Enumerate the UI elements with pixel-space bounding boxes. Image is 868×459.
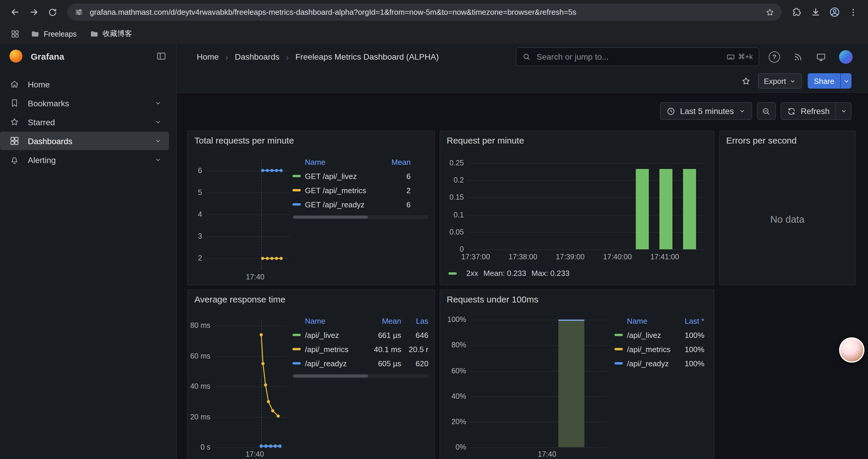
share-button[interactable]: Share bbox=[808, 73, 840, 89]
breadcrumb-dashboards[interactable]: Dashboards bbox=[235, 52, 279, 61]
series-mean: 605 µs bbox=[368, 359, 401, 368]
legend-row[interactable]: /api/_metrics 40.1 ms 20.5 r bbox=[292, 342, 428, 356]
site-settings-icon[interactable] bbox=[74, 8, 83, 17]
grafana-app: Grafana Home Bookmarks Starred bbox=[0, 44, 868, 459]
profile-button[interactable] bbox=[826, 3, 843, 21]
downloads-button[interactable] bbox=[807, 3, 824, 21]
url-bar[interactable] bbox=[67, 4, 782, 21]
grafana-logo[interactable] bbox=[9, 50, 23, 63]
sidebar-item-label: Dashboards bbox=[28, 136, 146, 145]
x-tick-label: 17:40 bbox=[246, 273, 265, 281]
help-button[interactable]: ? bbox=[769, 51, 780, 62]
legend-row[interactable]: /api/_livez 100% bbox=[615, 328, 704, 342]
favorite-dashboard-button[interactable] bbox=[740, 75, 752, 87]
legend-scrollbar[interactable] bbox=[292, 215, 428, 219]
sidebar-item-alerting[interactable]: Alerting bbox=[0, 151, 169, 169]
legend-header-last[interactable]: Last * bbox=[676, 316, 704, 325]
gridline bbox=[471, 396, 607, 397]
scrollbar-thumb[interactable] bbox=[293, 374, 368, 378]
news-button[interactable] bbox=[793, 52, 803, 62]
legend-table: Name Mean GET /api/_livez 6 bbox=[292, 155, 428, 219]
legend-row[interactable]: /api/_readyz 605 µs 620 bbox=[292, 356, 428, 370]
y-tick-label: 60% bbox=[452, 366, 466, 375]
panel-title[interactable]: Average response time bbox=[194, 294, 285, 304]
x-axis-labels: 17:37:0017:38:0017:39:0017:40:0017:41:00 bbox=[469, 253, 705, 262]
legend-header-mean[interactable]: Mean bbox=[385, 157, 411, 166]
panel-title[interactable]: Total requests per minute bbox=[194, 135, 294, 145]
line-chart[interactable] bbox=[215, 320, 287, 447]
brand-title: Grafana bbox=[31, 51, 147, 61]
search-box[interactable]: ⌘+k bbox=[516, 47, 759, 66]
search-shortcut: ⌘+k bbox=[726, 52, 753, 61]
gridline bbox=[471, 371, 607, 371]
export-button[interactable]: Export bbox=[758, 73, 802, 89]
legend-row[interactable]: GET /api/_livez 6 bbox=[292, 169, 428, 183]
panel-title[interactable]: Requests under 100ms bbox=[447, 294, 538, 304]
bar-chart[interactable] bbox=[469, 160, 705, 249]
user-avatar[interactable] bbox=[839, 50, 852, 64]
time-range-picker[interactable]: Last 5 minutes bbox=[660, 102, 752, 120]
sidebar-item-label: Home bbox=[28, 79, 162, 89]
bookmark-folder-label: 收藏博客 bbox=[102, 29, 132, 39]
chart-bar bbox=[559, 320, 584, 447]
legend-row[interactable]: GET /api/_readyz 6 bbox=[292, 197, 428, 211]
sidebar-item-starred[interactable]: Starred bbox=[0, 113, 169, 131]
legend-row[interactable]: GET /api/_metrics 2 bbox=[292, 183, 428, 197]
legend-row[interactable]: /api/_metrics 100% bbox=[615, 342, 704, 356]
legend-row[interactable]: /api/_livez 661 µs 646 bbox=[292, 328, 428, 342]
x-tick-label: 17:41:00 bbox=[650, 253, 679, 261]
legend[interactable]: 2xx Mean: 0.233 Max: 0.233 bbox=[448, 269, 569, 277]
legend-header-last[interactable]: Las bbox=[401, 316, 428, 325]
sidebar-toggle-button[interactable] bbox=[155, 50, 168, 63]
chevron-down-icon bbox=[739, 107, 746, 114]
chevron-down-icon[interactable] bbox=[154, 99, 162, 107]
floating-assistant-avatar[interactable] bbox=[839, 337, 864, 363]
extensions-button[interactable] bbox=[788, 3, 805, 21]
y-tick-label: 0.05 bbox=[450, 228, 464, 236]
chevron-down-icon[interactable] bbox=[154, 156, 162, 164]
forward-button[interactable] bbox=[25, 3, 42, 21]
panel-title[interactable]: Request per minute bbox=[447, 135, 524, 145]
apps-grid-button[interactable] bbox=[7, 28, 23, 40]
bookmark-star-icon[interactable] bbox=[765, 7, 775, 17]
forward-icon bbox=[29, 7, 39, 17]
sidebar-item-bookmarks[interactable]: Bookmarks bbox=[0, 94, 169, 112]
dashboards-icon bbox=[9, 136, 20, 146]
panel-title[interactable]: Errors per second bbox=[726, 135, 797, 145]
legend-header-mean[interactable]: Mean bbox=[368, 316, 401, 325]
chevron-down-icon[interactable] bbox=[154, 137, 162, 145]
sidebar-item-label: Bookmarks bbox=[28, 98, 146, 108]
line-chart[interactable] bbox=[206, 160, 289, 269]
breadcrumb-home[interactable]: Home bbox=[197, 52, 219, 61]
search-input[interactable] bbox=[535, 52, 721, 62]
share-dropdown-button[interactable] bbox=[840, 73, 851, 89]
y-tick-label: 0 s bbox=[200, 443, 210, 451]
gridline bbox=[471, 447, 607, 448]
back-icon bbox=[10, 7, 20, 17]
reload-button[interactable] bbox=[44, 3, 61, 21]
sidebar-item-home[interactable]: Home bbox=[0, 75, 169, 93]
legend-header-name[interactable]: Name bbox=[305, 316, 368, 325]
chevron-down-icon[interactable] bbox=[154, 118, 162, 126]
series-color-chip bbox=[615, 362, 623, 364]
back-button[interactable] bbox=[6, 3, 24, 21]
bar-chart[interactable] bbox=[471, 317, 607, 447]
refresh-interval-dropdown[interactable] bbox=[836, 102, 851, 120]
chart-series bbox=[215, 320, 287, 447]
refresh-button[interactable]: Refresh bbox=[780, 102, 836, 120]
legend-scrollbar[interactable] bbox=[292, 374, 428, 378]
sidebar-item-dashboards[interactable]: Dashboards bbox=[0, 132, 169, 150]
bookmark-folder-freeleaps[interactable]: Freeleaps bbox=[25, 28, 82, 40]
bookmark-folder-blogs[interactable]: 收藏博客 bbox=[84, 27, 137, 41]
legend-header-name[interactable]: Name bbox=[305, 157, 385, 166]
extensions-icon bbox=[792, 7, 802, 17]
profile-icon bbox=[829, 6, 840, 18]
legend-row[interactable]: /api/_readyz 100% bbox=[615, 356, 704, 370]
scrollbar-thumb[interactable] bbox=[293, 216, 368, 219]
display-button[interactable] bbox=[816, 52, 826, 62]
browser-menu-button[interactable] bbox=[844, 3, 862, 21]
legend-header-name[interactable]: Name bbox=[627, 316, 676, 325]
zoom-out-button[interactable] bbox=[757, 102, 776, 120]
series-name: GET /api/_livez bbox=[305, 172, 385, 181]
url-input[interactable] bbox=[89, 7, 760, 17]
